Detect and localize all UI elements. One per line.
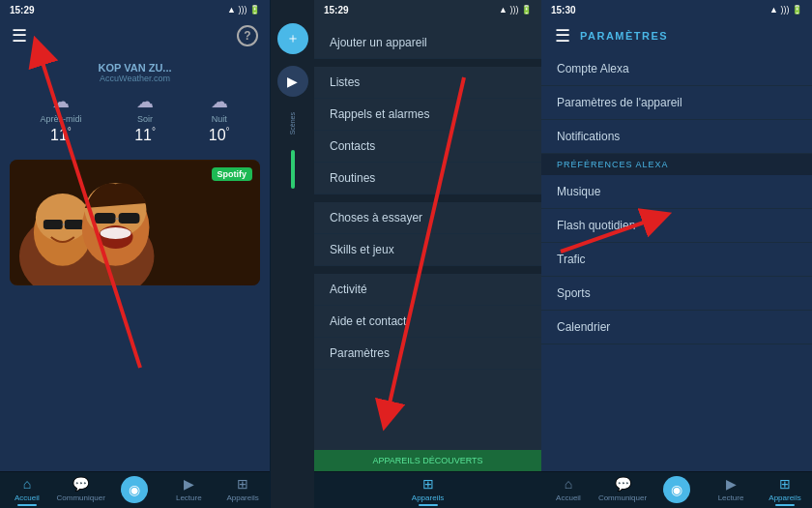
panel-2: ＋ ▶ Scènes 15:29 ▲ ))) 🔋 Ajouter un appa… [271,0,541,508]
status-icons-1: ▲ ))) 🔋 [227,5,260,15]
menu-rappels[interactable]: Rappels et alarmes [314,99,541,131]
nav-appareils-1[interactable]: ⊞ Appareils [216,476,270,506]
weather-location: KOP VAN ZU... [14,62,256,74]
screen-1: 15:29 ▲ ))) 🔋 ☰ ? KOP VAN ZU... AccuWeat… [0,0,271,508]
discovered-banner: APPAREILS DÉCOUVERTS [314,450,541,471]
svg-point-10 [101,227,131,239]
sidebar-add-btn[interactable]: ＋ [277,23,308,54]
svg-rect-11 [95,213,116,224]
menu-aide[interactable]: Aide et contact [314,306,541,338]
devices-icon-3: ⊞ [779,476,791,492]
nav-label-accueil-1: Accueil [14,493,40,502]
play-icon-1: ▶ [184,476,194,492]
nav-alexa-1[interactable]: ◉ [108,476,162,506]
menu-divider-3 [314,266,541,274]
panel3-header: ☰ PARAMÈTRES [541,19,812,52]
menu-skills[interactable]: Skills et jeux [314,234,541,266]
nav-accueil-3[interactable]: ⌂ Accueil [541,476,595,506]
alexa-button-3[interactable]: ◉ [663,476,690,503]
sidebar-play-btn[interactable]: ▶ [277,66,308,97]
menu-listes[interactable]: Listes [314,67,541,99]
scenes-label: Scènes [289,112,296,134]
nav-label-accueil-3: Accueil [556,493,581,502]
nav-label-lecture-3: Lecture [718,493,744,502]
status-icons-2: ▲ ))) 🔋 [499,5,532,15]
svg-rect-4 [44,220,63,229]
menu-contacts[interactable]: Contacts [314,131,541,163]
cloud-icon-2: ☁ [136,91,154,112]
menu-choses[interactable]: Choses à essayer [314,202,541,234]
weather-item-afternoon: ☁ Après-midi 11° [40,91,81,144]
nav-label-appareils-3: Appareils [768,493,800,502]
status-icons-3: ▲ ))) 🔋 [769,5,802,15]
nav-indicator-3 [775,504,795,506]
nav-accueil-1[interactable]: ⌂ Accueil [0,476,54,506]
settings-appareil[interactable]: Paramètres de l'appareil [541,86,812,120]
status-time-1: 15:29 [10,5,35,15]
weather-label-3: Nuit [212,114,227,124]
svg-point-3 [36,194,90,242]
sidebar-green-bar [291,150,295,189]
settings-sports[interactable]: Sports [541,277,812,311]
nav-appareils-3[interactable]: ⊞ Appareils [758,476,812,506]
weather-section: KOP VAN ZU... AccuWeather.com ☁ Après-mi… [0,52,270,150]
settings-calendrier[interactable]: Calendrier [541,311,812,344]
screen-3: 15:30 ▲ ))) 🔋 ☰ PARAMÈTRES Compte Alexa … [541,0,812,508]
status-bar-3: 15:30 ▲ ))) 🔋 [541,0,812,19]
settings-trafic[interactable]: Trafic [541,243,812,277]
help-icon[interactable]: ? [237,25,258,46]
weather-label-1: Après-midi [40,114,81,124]
nav-communiquer-1[interactable]: 💬 Communiquer [54,476,108,506]
weather-row: ☁ Après-midi 11° ☁ Soir 11° ☁ Nuit [14,91,256,144]
nav-indicator-1 [17,504,37,506]
status-bar-2: 15:29 ▲ ))) 🔋 [314,0,541,19]
panel1-header: ☰ ? [0,19,270,52]
hamburger-icon-3[interactable]: ☰ [555,25,570,46]
weather-item-night: ☁ Nuit 10° [209,91,230,144]
nav-lecture-3[interactable]: ▶ Lecture [704,476,758,506]
panel-3: 15:30 ▲ ))) 🔋 ☰ PARAMÈTRES Compte Alexa … [541,0,812,508]
nav-label-communiquer-3: Communiquer [598,493,647,502]
settings-list: Compte Alexa Paramètres de l'appareil No… [541,52,812,471]
bottom-nav-3: ⌂ Accueil 💬 Communiquer ◉ ▶ Lecture ⊞ Ap… [541,471,812,508]
nav-communiquer-3[interactable]: 💬 Communiquer [595,476,650,506]
menu-list: Ajouter un appareil Listes Rappels et al… [314,19,541,450]
nav-alexa-3[interactable]: ◉ [650,476,704,506]
menu-routines[interactable]: Routines [314,163,541,194]
status-time-2: 15:29 [324,5,349,15]
chat-icon-3: 💬 [615,476,631,492]
cloud-icon-3: ☁ [211,91,228,112]
svg-rect-12 [119,213,140,224]
weather-source: AccuWeather.com [14,74,256,83]
nav-indicator-2 [419,504,438,506]
panel2-sidebar: ＋ ▶ Scènes [271,0,314,508]
bottom-nav-2: ⊞ Appareils [314,471,541,508]
menu-ajouter[interactable]: Ajouter un appareil [314,27,541,59]
nav-label-lecture-1: Lecture [176,493,202,502]
chat-icon-1: 💬 [72,476,89,492]
hamburger-icon[interactable]: ☰ [12,25,27,46]
panel2-main: 15:29 ▲ ))) 🔋 Ajouter un appareil Listes… [314,0,541,508]
svg-rect-5 [65,220,84,229]
menu-parametres[interactable]: Paramètres [314,338,541,370]
settings-notifications[interactable]: Notifications [541,120,812,154]
settings-compte[interactable]: Compte Alexa [541,52,812,86]
settings-flash[interactable]: Flash quotidien [541,209,812,243]
nav-lecture-1[interactable]: ▶ Lecture [161,476,216,506]
spotify-card[interactable]: Spotify [10,160,260,285]
status-time-3: 15:30 [551,5,576,15]
menu-divider-1 [314,59,541,67]
play-icon-3: ▶ [726,476,737,492]
settings-title: PARAMÈTRES [580,30,668,42]
menu-activite[interactable]: Activité [314,274,541,306]
nav-appareils-2[interactable]: ⊞ Appareils [314,476,541,506]
settings-section-preferences: PRÉFÉRENCES ALEXA [541,154,812,175]
bottom-nav-1: ⌂ Accueil 💬 Communiquer ◉ ▶ Lecture ⊞ Ap… [0,471,270,508]
weather-temp-3: 10° [209,126,230,144]
settings-musique[interactable]: Musique [541,175,812,209]
home-icon: ⌂ [23,476,31,492]
panel-1: 15:29 ▲ ))) 🔋 ☰ ? KOP VAN ZU... AccuWeat… [0,0,271,508]
cloud-icon-1: ☁ [52,91,70,112]
alexa-button-1[interactable]: ◉ [121,476,148,503]
nav-label-communiquer-1: Communiquer [57,493,105,502]
